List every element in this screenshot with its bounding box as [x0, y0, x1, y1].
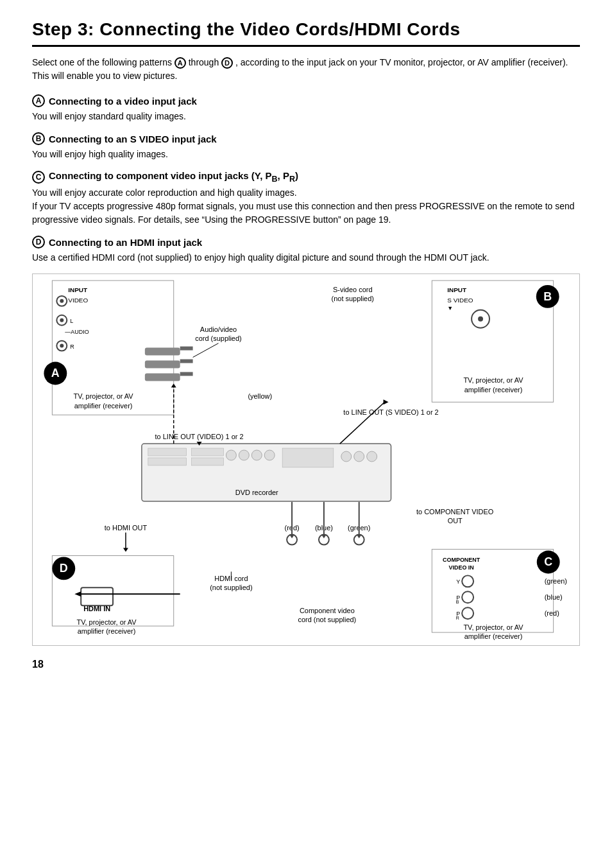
svg-marker-70 — [289, 535, 294, 539]
svg-rect-33 — [145, 361, 180, 369]
svg-rect-35 — [180, 347, 193, 351]
svg-text:TV, projector, or AV: TV, projector, or AV — [74, 392, 134, 400]
svg-text:B: B — [543, 290, 552, 303]
svg-text:OUT: OUT — [448, 517, 463, 525]
svg-text:D: D — [60, 562, 68, 575]
svg-point-45 — [251, 450, 262, 460]
svg-point-50 — [367, 451, 377, 462]
svg-text:TV, projector, or AV: TV, projector, or AV — [76, 618, 137, 626]
svg-rect-39 — [148, 448, 187, 456]
svg-rect-37 — [180, 372, 193, 376]
section-d-body: Use a certified HDMI cord (not supplied)… — [32, 251, 580, 265]
section-c-body: You will enjoy accurate color reproducti… — [32, 186, 580, 227]
svg-text:(blue): (blue) — [545, 593, 563, 601]
svg-text:(green): (green) — [545, 577, 567, 585]
svg-text:(not supplied): (not supplied) — [332, 295, 374, 302]
svg-rect-42 — [192, 458, 224, 465]
svg-text:to HDMI OUT: to HDMI OUT — [105, 524, 148, 532]
svg-text:Y: Y — [456, 578, 460, 585]
svg-text:amplifier (receiver): amplifier (receiver) — [74, 402, 133, 410]
svg-text:TV, projector, or AV: TV, projector, or AV — [463, 376, 523, 384]
svg-point-48 — [341, 451, 352, 462]
svg-text:S VIDEO: S VIDEO — [447, 297, 473, 304]
svg-text:(not supplied): (not supplied) — [210, 584, 252, 591]
svg-text:to COMPONENT VIDEO: to COMPONENT VIDEO — [416, 508, 493, 516]
svg-text:L: L — [70, 318, 73, 324]
svg-rect-41 — [192, 448, 224, 456]
section-d: D Connecting to an HDMI input jack Use a… — [32, 236, 580, 265]
intro-text: Select one of the following patterns A t… — [32, 56, 580, 83]
svg-text:(yellow): (yellow) — [248, 392, 272, 400]
section-a: A Connecting to a video input jack You w… — [32, 94, 580, 123]
svg-marker-106 — [171, 383, 176, 387]
svg-marker-108 — [384, 399, 389, 404]
svg-text:S-video cord: S-video cord — [333, 286, 372, 293]
svg-text:B: B — [456, 600, 459, 604]
svg-text:VIDEO IN: VIDEO IN — [449, 564, 474, 571]
svg-point-43 — [226, 450, 236, 460]
svg-point-6 — [60, 318, 64, 322]
svg-point-88 — [462, 575, 473, 587]
svg-text:cord (not supplied): cord (not supplied) — [298, 616, 357, 623]
svg-text:amplifier (receiver): amplifier (receiver) — [464, 386, 523, 394]
svg-point-46 — [264, 450, 275, 460]
section-a-heading: Connecting to a video input jack — [49, 96, 197, 107]
svg-rect-40 — [148, 458, 187, 465]
svg-rect-47 — [282, 448, 334, 467]
letter-c: C — [32, 171, 45, 184]
page-title: Step 3: Connecting the Video Cords/HDMI … — [32, 19, 580, 47]
svg-text:—AUDIO: —AUDIO — [65, 329, 89, 335]
svg-point-4 — [60, 299, 64, 303]
svg-rect-79 — [81, 587, 113, 605]
svg-text:INPUT: INPUT — [447, 286, 466, 293]
svg-text:A: A — [51, 367, 60, 379]
svg-point-21 — [478, 317, 483, 322]
svg-text:cord (supplied): cord (supplied) — [195, 334, 241, 342]
svg-marker-71 — [321, 535, 327, 539]
svg-text:to LINE OUT (VIDEO) 1 or 2: to LINE OUT (VIDEO) 1 or 2 — [155, 433, 244, 440]
svg-point-44 — [239, 450, 249, 460]
svg-text:▼: ▼ — [447, 305, 453, 311]
section-b-body: You will enjoy high quality images. — [32, 148, 580, 161]
section-d-heading: Connecting to an HDMI input jack — [49, 237, 202, 248]
page-number: 18 — [32, 659, 580, 670]
svg-marker-58 — [123, 548, 128, 552]
diagram-area: INPUT VIDEO L —AUDIO R A TV, projector, … — [32, 273, 580, 646]
svg-point-49 — [354, 451, 364, 462]
section-b: B Connecting to an S VIDEO input jack Yo… — [32, 132, 580, 161]
svg-text:INPUT: INPUT — [68, 286, 87, 293]
svg-text:amplifier (receiver): amplifier (receiver) — [78, 627, 136, 635]
svg-rect-34 — [145, 373, 180, 381]
svg-point-8 — [60, 344, 64, 348]
section-a-body: You will enjoy standard quality images. — [32, 110, 580, 123]
svg-text:to LINE OUT (S VIDEO) 1 or 2: to LINE OUT (S VIDEO) 1 or 2 — [343, 408, 438, 416]
svg-text:R: R — [70, 343, 74, 350]
svg-text:amplifier (receiver): amplifier (receiver) — [464, 632, 523, 640]
section-b-heading: Connecting to an S VIDEO input jack — [49, 134, 217, 144]
svg-text:Audio/video: Audio/video — [200, 326, 237, 333]
letter-d: D — [32, 236, 45, 248]
svg-text:(red): (red) — [545, 609, 559, 617]
svg-rect-36 — [180, 360, 193, 363]
svg-text:VIDEO: VIDEO — [68, 297, 88, 304]
section-c: C Connecting to component video input ja… — [32, 170, 580, 227]
svg-marker-104 — [74, 591, 81, 596]
svg-text:Component video: Component video — [300, 607, 355, 614]
svg-text:DVD recorder: DVD recorder — [235, 489, 278, 496]
svg-point-90 — [462, 591, 473, 603]
svg-rect-32 — [145, 348, 180, 356]
svg-text:HDMI IN: HDMI IN — [83, 605, 110, 612]
diagram-svg: INPUT VIDEO L —AUDIO R A TV, projector, … — [32, 273, 580, 646]
svg-text:COMPONENT: COMPONENT — [443, 557, 480, 563]
svg-text:C: C — [544, 555, 552, 568]
svg-marker-72 — [357, 535, 362, 539]
svg-text:TV, projector, or AV: TV, projector, or AV — [463, 623, 523, 631]
section-c-heading: Connecting to component video input jack… — [49, 170, 298, 184]
svg-point-93 — [462, 607, 473, 619]
svg-line-28 — [193, 343, 219, 358]
letter-b: B — [32, 132, 45, 145]
letter-a: A — [32, 94, 45, 107]
svg-text:R: R — [456, 616, 459, 620]
